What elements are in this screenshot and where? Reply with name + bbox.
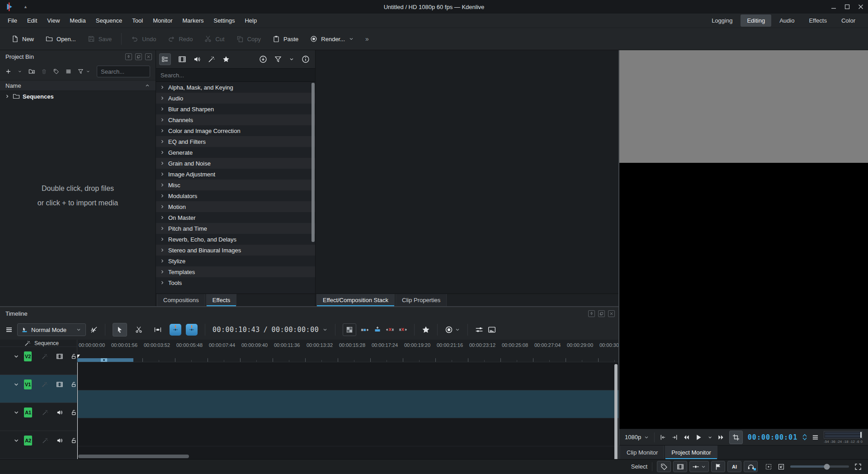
favorites-filter-icon[interactable] xyxy=(222,56,230,63)
effect-category-row[interactable]: Motion xyxy=(156,201,315,212)
subtitle-ai-button[interactable]: AI xyxy=(727,461,741,472)
effect-category-row[interactable]: Stylize xyxy=(156,256,315,266)
mix-clips-button[interactable] xyxy=(170,324,181,336)
menu-item[interactable]: Tool xyxy=(127,14,148,27)
expand-chevron-icon[interactable] xyxy=(160,106,165,112)
effects-filter-funnel-icon[interactable] xyxy=(274,56,282,63)
filter-icon[interactable] xyxy=(78,68,84,75)
menu-item[interactable]: Settings xyxy=(208,14,240,27)
insert-zone-icon[interactable] xyxy=(361,326,369,334)
timeline-lanes[interactable]: 00:00:00:0000:00:01:5600:00:03:5200:00:0… xyxy=(77,340,618,459)
menu-item[interactable]: Media xyxy=(65,14,90,27)
chevron-down-icon[interactable] xyxy=(322,327,328,332)
expand-chevron-icon[interactable] xyxy=(160,161,165,166)
info-icon[interactable] xyxy=(302,55,310,63)
zoom-selection-icon[interactable] xyxy=(778,463,785,470)
view-options-icon[interactable] xyxy=(66,68,71,75)
paste-button[interactable]: Paste xyxy=(268,32,303,46)
close-button[interactable] xyxy=(858,4,863,9)
track-header-a1[interactable]: A1 xyxy=(0,403,77,431)
workspace-tab[interactable]: Audio xyxy=(773,14,801,27)
video-thumbnails-icon[interactable] xyxy=(56,352,63,360)
menu-item[interactable]: File xyxy=(3,14,22,27)
timeline-zoom-slider[interactable] xyxy=(790,465,849,468)
track-header-a2[interactable]: A2 xyxy=(0,431,77,459)
track-header-v1[interactable]: V1 xyxy=(0,375,77,403)
expand-chevron-icon[interactable] xyxy=(160,269,165,275)
effect-category-row[interactable]: Pitch and Time xyxy=(156,223,315,234)
effect-category-row[interactable]: Tools xyxy=(156,277,315,288)
effects-search-input[interactable] xyxy=(156,69,315,81)
menu-item[interactable]: Markers xyxy=(178,14,209,27)
filter-menu-chevron-icon[interactable] xyxy=(86,69,90,74)
pin-icon[interactable] xyxy=(125,53,132,60)
fast-forward-icon[interactable] xyxy=(717,434,724,441)
zone-start-icon[interactable] xyxy=(660,434,666,441)
menu-item[interactable]: View xyxy=(42,14,65,27)
expand-chevron-icon[interactable] xyxy=(160,280,165,285)
expand-chevron-icon[interactable] xyxy=(5,94,10,99)
zone-end-icon[interactable] xyxy=(671,434,678,441)
name-column-header[interactable]: Name xyxy=(0,80,156,91)
compositing-toggle-button[interactable] xyxy=(343,323,356,336)
menu-item[interactable]: Sequence xyxy=(91,14,127,27)
expand-chevron-icon[interactable] xyxy=(160,204,165,209)
video-thumbnails-icon[interactable] xyxy=(56,380,63,389)
effect-category-row[interactable]: Blur and Sharpen xyxy=(156,104,315,114)
effect-category-row[interactable]: Alpha, Mask, and Keying xyxy=(156,82,315,93)
expand-chevron-icon[interactable] xyxy=(160,85,165,90)
add-clip-menu-chevron-icon[interactable] xyxy=(18,69,22,74)
video-effects-filter-icon[interactable] xyxy=(178,55,186,63)
collapse-track-icon[interactable] xyxy=(13,409,19,416)
insert-mix-button[interactable] xyxy=(186,324,198,336)
workspace-tab[interactable]: Effects xyxy=(802,14,833,27)
playhead-marker[interactable] xyxy=(77,355,80,358)
effect-category-row[interactable]: Image Adjustment xyxy=(156,169,315,180)
expand-chevron-icon[interactable] xyxy=(160,182,165,188)
bin-search-input[interactable] xyxy=(97,66,150,77)
subtitles-icon[interactable] xyxy=(488,326,496,334)
menu-item[interactable]: Edit xyxy=(22,14,42,27)
thumbnails-toggle-button[interactable] xyxy=(673,461,687,472)
record-button[interactable] xyxy=(445,326,460,334)
track-lane-a1[interactable] xyxy=(77,418,618,446)
track-effects-icon[interactable] xyxy=(42,353,48,360)
render-button[interactable]: Render... xyxy=(305,32,359,46)
effect-category-row[interactable]: EQ and Filters xyxy=(156,136,315,147)
lock-open-icon[interactable] xyxy=(71,437,77,444)
monitor-timecode[interactable]: 00:00:00:01 xyxy=(748,433,797,441)
close-icon[interactable] xyxy=(145,53,152,60)
mix-mode-button[interactable] xyxy=(689,461,709,472)
expand-chevron-icon[interactable] xyxy=(160,150,165,155)
lock-open-icon[interactable] xyxy=(71,353,77,360)
track-target-badge[interactable]: A2 xyxy=(24,436,32,446)
tag-icon[interactable] xyxy=(53,68,59,75)
tree-item-sequences[interactable]: Sequences xyxy=(0,91,156,102)
titlebar-arrow-icon[interactable]: ▲ xyxy=(24,5,28,9)
panel-tab[interactable]: Clip Properties xyxy=(396,294,447,306)
rewind-icon[interactable] xyxy=(683,434,690,441)
zone-mode-button[interactable] xyxy=(729,431,743,444)
timeline-horizontal-scrollbar[interactable] xyxy=(78,455,189,458)
effect-category-row[interactable]: Reverb, Echo, and Delays xyxy=(156,234,315,245)
menu-item[interactable]: Help xyxy=(240,14,262,27)
effect-category-row[interactable]: Generate xyxy=(156,147,315,158)
audio-thumbnails-toggle-icon[interactable] xyxy=(90,326,98,333)
new-button[interactable]: New xyxy=(6,32,39,46)
expand-chevron-icon[interactable] xyxy=(160,215,165,220)
timeline-ruler[interactable]: 00:00:00:0000:00:01:5600:00:03:5200:00:0… xyxy=(77,340,618,362)
monitor-tab[interactable]: Project Monitor xyxy=(665,446,717,459)
monitor-menu-icon[interactable] xyxy=(812,434,819,441)
lock-open-icon[interactable] xyxy=(71,409,77,416)
track-target-badge[interactable]: A1 xyxy=(24,408,32,417)
collapse-track-icon[interactable] xyxy=(13,437,19,444)
expand-chevron-icon[interactable] xyxy=(160,237,165,242)
project-bin-list[interactable]: Sequences Double click, drop files or cl… xyxy=(0,91,156,306)
effect-category-row[interactable]: Modulators xyxy=(156,190,315,201)
favorite-effects-icon[interactable] xyxy=(422,326,430,334)
monitor-tab[interactable]: Clip Monitor xyxy=(620,446,664,459)
panel-tab[interactable]: Effects xyxy=(206,294,237,306)
track-lane-v2[interactable] xyxy=(77,362,618,390)
effect-category-row[interactable]: Audio xyxy=(156,93,315,104)
effect-category-row[interactable]: Misc xyxy=(156,180,315,190)
